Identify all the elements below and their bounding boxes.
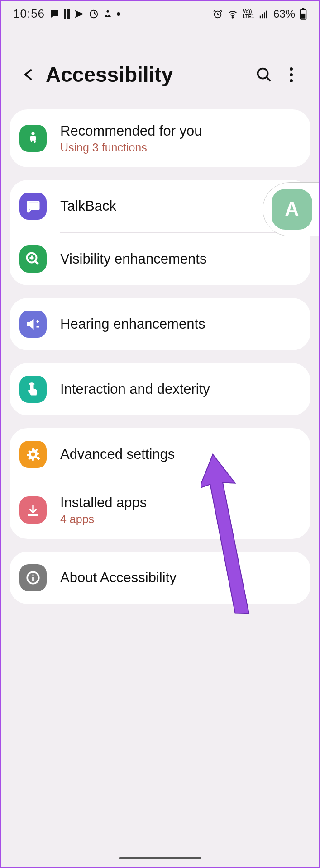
row-title: About Accessibility bbox=[60, 570, 301, 586]
row-title: Visibility enhancements bbox=[60, 251, 301, 267]
battery-icon bbox=[300, 8, 307, 20]
gear-plus-icon bbox=[19, 441, 47, 468]
pause-icon bbox=[64, 9, 70, 19]
svg-point-1 bbox=[107, 10, 109, 12]
send-icon bbox=[74, 9, 84, 19]
row-title: Hearing enhancements bbox=[60, 316, 301, 332]
row-subtitle: 4 apps bbox=[60, 513, 301, 526]
wifi-icon bbox=[227, 9, 238, 19]
row-title: Recommended for you bbox=[60, 123, 301, 139]
svg-point-22 bbox=[31, 453, 35, 457]
battery-percent: 63% bbox=[273, 8, 295, 20]
row-installed[interactable]: Installed apps 4 apps bbox=[10, 481, 310, 539]
touch-icon bbox=[19, 376, 47, 403]
row-title: Advanced settings bbox=[60, 446, 301, 462]
signal-icon bbox=[259, 9, 269, 19]
row-subtitle: Using 3 functions bbox=[60, 141, 301, 154]
chat-icon bbox=[49, 9, 59, 19]
svg-rect-6 bbox=[264, 12, 265, 18]
svg-rect-7 bbox=[266, 10, 267, 18]
search-button[interactable] bbox=[253, 63, 275, 86]
row-about[interactable]: About Accessibility bbox=[10, 552, 310, 604]
settings-group: About Accessibility bbox=[10, 552, 310, 604]
volume-adjust-icon bbox=[19, 311, 47, 338]
svg-line-16 bbox=[35, 261, 39, 265]
back-button[interactable] bbox=[18, 64, 38, 85]
svg-rect-4 bbox=[260, 15, 261, 18]
person-heart-icon bbox=[19, 125, 47, 152]
settings-group: Interaction and dexterity bbox=[10, 363, 310, 415]
download-icon bbox=[19, 496, 47, 524]
svg-rect-10 bbox=[301, 13, 306, 18]
settings-list: Recommended for you Using 3 functions Ta… bbox=[1, 109, 319, 604]
data-saver-icon bbox=[89, 9, 99, 19]
volte-icon: Vo))LTE1 bbox=[243, 9, 254, 19]
settings-group: TalkBack Visibility enhancements bbox=[10, 180, 310, 285]
status-dot bbox=[117, 12, 120, 16]
svg-point-3 bbox=[232, 16, 234, 18]
page-title: Accessibility bbox=[46, 62, 248, 87]
row-recommended[interactable]: Recommended for you Using 3 functions bbox=[10, 109, 310, 167]
info-icon bbox=[19, 564, 47, 591]
svg-rect-9 bbox=[302, 8, 304, 9]
svg-rect-14 bbox=[28, 203, 38, 210]
floating-accessibility-button[interactable]: A bbox=[263, 182, 320, 236]
alarm-icon bbox=[213, 9, 223, 19]
row-hearing[interactable]: Hearing enhancements bbox=[10, 298, 310, 350]
status-time: 10:56 bbox=[13, 7, 45, 21]
svg-point-13 bbox=[31, 132, 34, 135]
magnify-plus-icon bbox=[19, 245, 47, 273]
svg-rect-5 bbox=[262, 14, 263, 18]
speech-icon bbox=[19, 193, 47, 220]
a-badge-icon: A bbox=[272, 189, 312, 230]
home-indicator[interactable] bbox=[119, 857, 201, 859]
settings-group: Hearing enhancements bbox=[10, 298, 310, 350]
row-title: Interaction and dexterity bbox=[60, 381, 301, 397]
row-interaction[interactable]: Interaction and dexterity bbox=[10, 363, 310, 415]
prayer-icon bbox=[103, 9, 112, 19]
settings-group: Recommended for you Using 3 functions bbox=[10, 109, 310, 167]
svg-line-12 bbox=[267, 77, 270, 81]
row-visibility[interactable]: Visibility enhancements bbox=[10, 233, 310, 285]
svg-point-11 bbox=[258, 69, 268, 79]
row-advanced[interactable]: Advanced settings bbox=[10, 428, 310, 481]
page-header: Accessibility bbox=[1, 26, 319, 109]
settings-group: Advanced settings Installed apps 4 apps bbox=[10, 428, 310, 539]
more-button[interactable] bbox=[280, 63, 302, 86]
row-title: Installed apps bbox=[60, 495, 301, 511]
status-bar: 10:56 Vo))LTE1 63% bbox=[1, 1, 319, 26]
svg-point-27 bbox=[32, 574, 33, 576]
